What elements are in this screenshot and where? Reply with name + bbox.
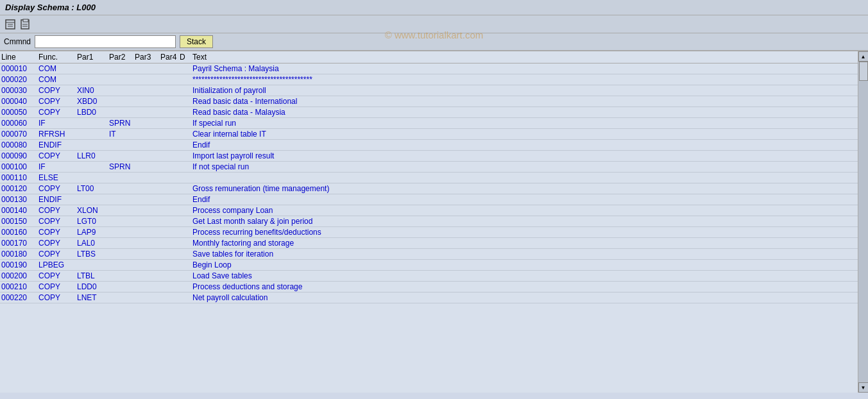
table-row[interactable]: 000080 ENDIF Endif	[0, 140, 858, 151]
cell-par4	[160, 108, 180, 117]
table-row[interactable]: 000190 LPBEG Begin Loop	[0, 260, 858, 271]
cell-par1: XLON	[77, 206, 109, 215]
table-row[interactable]: 000170 COPY LAL0 Monthly factoring and s…	[0, 238, 858, 249]
cell-par3	[135, 228, 160, 237]
cell-par4	[160, 293, 180, 302]
scroll-up-btn[interactable]: ▲	[858, 51, 869, 62]
table-row[interactable]: 000010 COM Payril Schema : Malaysia	[0, 64, 858, 74]
cell-par4	[160, 206, 180, 215]
cell-par2	[109, 206, 135, 215]
cell-d	[180, 195, 192, 204]
scrollbar-right[interactable]: ▲ ▼	[858, 51, 868, 393]
table-row[interactable]: 000040 COPY XBD0 Read basic data - Inter…	[0, 96, 858, 107]
scrollbar-track	[858, 62, 869, 382]
scroll-down-btn[interactable]: ▼	[858, 382, 869, 393]
table-row[interactable]: 000050 COPY LBD0 Read basic data - Malay…	[0, 107, 858, 118]
cell-text: Monthly factoring and storage	[192, 239, 858, 248]
cell-par1	[77, 130, 109, 139]
cell-text: Endif	[192, 195, 858, 204]
cell-d	[180, 119, 192, 128]
table-row[interactable]: 000180 COPY LTBS Save tables for iterati…	[0, 249, 858, 260]
cell-par1	[77, 162, 109, 171]
cell-func: COPY	[38, 97, 77, 106]
cell-text: If not special run	[192, 162, 858, 171]
cell-par4	[160, 75, 180, 84]
table-row[interactable]: 000110 ELSE	[0, 173, 858, 183]
cell-par2	[109, 282, 135, 291]
svg-rect-5	[23, 19, 28, 22]
cell-par4	[160, 86, 180, 95]
cell-par4	[160, 228, 180, 237]
cell-par3	[135, 184, 160, 193]
cell-line: 000160	[0, 228, 38, 237]
table-row[interactable]: 000120 COPY LT00 Gross remuneration (tim…	[0, 183, 858, 194]
cell-d	[180, 184, 192, 193]
cell-par4	[160, 282, 180, 291]
cell-par3	[135, 206, 160, 215]
cell-par1	[77, 173, 109, 182]
cell-d	[180, 140, 192, 149]
table-row[interactable]: 000210 COPY LDD0 Process deductions and …	[0, 282, 858, 293]
table-row[interactable]: 000060 IF SPRN If special run	[0, 118, 858, 129]
table-row[interactable]: 000090 COPY LLR0 Import last payroll res…	[0, 151, 858, 162]
cell-text: Process recurring benefits/deductions	[192, 228, 858, 237]
cell-line: 000190	[0, 260, 38, 269]
table-row[interactable]: 000070 RFRSH IT Clear internal table IT	[0, 129, 858, 140]
toolbar-icon-1[interactable]	[4, 18, 17, 31]
cell-par2	[109, 86, 135, 95]
cell-text: If special run	[192, 119, 858, 128]
cell-par4	[160, 140, 180, 149]
cell-func: LPBEG	[38, 260, 77, 269]
table-row[interactable]: 000130 ENDIF Endif	[0, 194, 858, 205]
cell-par3	[135, 119, 160, 128]
cell-par2	[109, 64, 135, 73]
cell-func: COM	[38, 64, 77, 73]
cell-func: COPY	[38, 151, 77, 160]
col-header-text: Text	[192, 53, 858, 62]
cell-par3	[135, 293, 160, 302]
cell-par2	[109, 151, 135, 160]
cell-par3	[135, 86, 160, 95]
cell-d	[180, 64, 192, 73]
cell-par4	[160, 250, 180, 259]
table-row[interactable]: 000220 COPY LNET Net payroll calculation	[0, 293, 858, 303]
cell-par2	[109, 108, 135, 117]
cell-d	[180, 293, 192, 302]
table-row[interactable]: 000030 COPY XIN0 Initialization of payro…	[0, 85, 858, 96]
cell-par4	[160, 119, 180, 128]
cell-line: 000150	[0, 217, 38, 226]
table-row[interactable]: 000150 COPY LGT0 Get Last month salary &…	[0, 216, 858, 227]
cell-line: 000040	[0, 97, 38, 106]
cell-line: 000170	[0, 239, 38, 248]
table-row[interactable]: 000200 COPY LTBL Load Save tables	[0, 271, 858, 282]
cell-func: ENDIF	[38, 195, 77, 204]
cell-text: Read basic data - International	[192, 97, 858, 106]
cell-par4	[160, 173, 180, 182]
table-row[interactable]: 000160 COPY LAP9 Process recurring benef…	[0, 227, 858, 238]
cell-d	[180, 97, 192, 106]
cell-func: COM	[38, 75, 77, 84]
cell-d	[180, 173, 192, 182]
cell-line: 000080	[0, 140, 38, 149]
command-input[interactable]	[35, 35, 176, 48]
col-header-par1: Par1	[77, 53, 109, 62]
table-row[interactable]: 000100 IF SPRN If not special run	[0, 162, 858, 173]
toolbar-icon-2[interactable]	[19, 18, 32, 31]
cell-par1	[77, 260, 109, 269]
cell-par4	[160, 64, 180, 73]
stack-button[interactable]: Stack	[180, 35, 213, 48]
cell-par3	[135, 260, 160, 269]
cell-par1	[77, 75, 109, 84]
cell-par3	[135, 162, 160, 171]
table-row[interactable]: 000140 COPY XLON Process company Loan	[0, 205, 858, 216]
cell-line: 000200	[0, 271, 38, 280]
scrollbar-thumb[interactable]	[859, 62, 868, 81]
cell-d	[180, 108, 192, 117]
table-row[interactable]: 000020 COM *****************************…	[0, 74, 858, 85]
cell-par2	[109, 239, 135, 248]
cell-func: COPY	[38, 282, 77, 291]
cell-text: Read basic data - Malaysia	[192, 108, 858, 117]
cell-par1: LLR0	[77, 151, 109, 160]
cell-func: COPY	[38, 228, 77, 237]
cell-par1	[77, 64, 109, 73]
